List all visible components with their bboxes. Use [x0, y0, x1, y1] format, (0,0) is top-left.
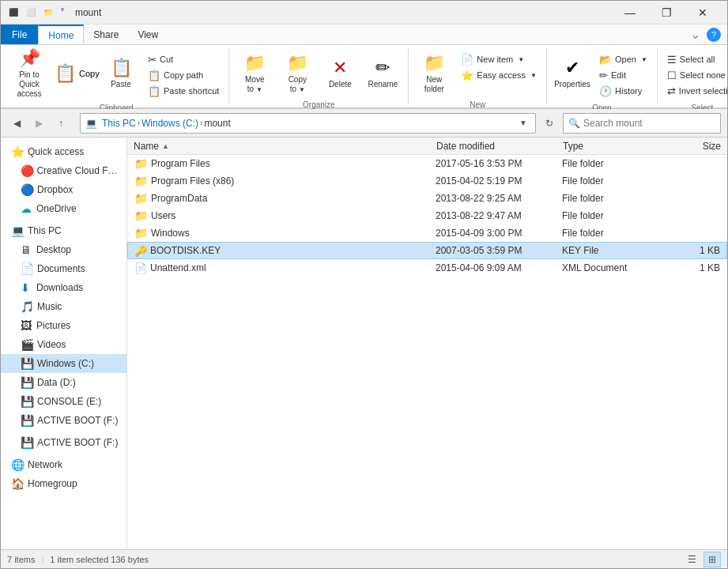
sidebar-item-this-pc[interactable]: 💻 This PC [1, 221, 126, 240]
content-area: ⭐ Quick access 🔴 Creative Cloud Files 🔵 … [1, 138, 727, 549]
paste-shortcut-button[interactable]: 📋 Paste shortcut [143, 83, 224, 99]
sidebar-item-console-e[interactable]: 💾 CONSOLE (E:) [1, 392, 126, 411]
sidebar-item-homegroup[interactable]: 🏠 Homegroup [1, 474, 126, 493]
move-to-label: Moveto ▼ [245, 75, 264, 94]
ribbon-collapse-icon[interactable]: ⌄ [690, 27, 700, 42]
sidebar-item-documents[interactable]: 📄 Documents [1, 259, 126, 278]
properties-button[interactable]: ✔ Properties [552, 51, 593, 96]
table-row[interactable]: 📁 ProgramData 2013-08-22 9:25 AM File fo… [127, 190, 727, 207]
breadcrumb-this-pc[interactable]: This PC [102, 118, 136, 129]
sidebar-item-downloads[interactable]: ⬇ Downloads [1, 278, 126, 297]
sidebar-item-active-boot-f1[interactable]: 💾 ACTIVE BOOT (F:) [1, 411, 126, 430]
breadcrumb-sep-1: › [138, 119, 140, 127]
col-date[interactable]: Date modified [436, 141, 563, 152]
new-item-button[interactable]: 📄 New item ▼ [456, 51, 541, 67]
maximize-button[interactable]: ❐ [648, 1, 685, 24]
copy-button[interactable]: 📋 Copy [51, 51, 99, 96]
homegroup-icon: 🏠 [11, 477, 25, 490]
tab-file[interactable]: File [1, 24, 38, 44]
sidebar-section-this-pc: 💻 This PC 🖥 Desktop 📄 Documents ⬇ Downlo… [1, 220, 126, 431]
this-pc-sidebar-icon: 💻 [11, 224, 25, 237]
xml-file-icon: 📄 [134, 262, 147, 274]
history-button[interactable]: 🕐 History [594, 83, 652, 99]
large-icons-view-button[interactable]: ⊞ [703, 552, 721, 567]
delete-button[interactable]: ✕ Delete [319, 51, 360, 96]
sidebar-item-active-boot-f2[interactable]: 💾 ACTIVE BOOT (F:) [1, 433, 126, 452]
table-row[interactable]: 📁 Users 2013-08-22 9:47 AM File folder [127, 207, 727, 224]
search-input[interactable] [583, 118, 715, 129]
sidebar-item-network[interactable]: 🌐 Network [1, 455, 126, 474]
table-row[interactable]: 📄 Unattend.xml 2015-04-06 9:09 AM XML Do… [127, 259, 727, 277]
address-dropdown-icon[interactable]: ▼ [516, 119, 530, 127]
file-name-cell: 📁 Program Files [134, 157, 436, 170]
details-view-button[interactable]: ☰ [683, 552, 700, 567]
table-row[interactable]: 📁 Windows 2015-04-09 3:00 PM File folder [127, 224, 727, 242]
pin-to-quick-access-button[interactable]: 📌 Pin to Quickaccess [9, 51, 50, 96]
sidebar-item-music[interactable]: 🎵 Music [1, 297, 126, 316]
tab-view[interactable]: View [128, 24, 168, 44]
file-name-cell: 📁 ProgramData [134, 192, 436, 205]
up-button[interactable]: ↑ [51, 114, 70, 133]
cut-button[interactable]: ✂ Cut [143, 51, 224, 67]
new-folder-button[interactable]: 📁 Newfolder [413, 51, 455, 96]
copy-to-button[interactable]: 📁 Copyto ▼ [277, 51, 318, 96]
open-small-btns: 📂 Open ▼ ✏ Edit 🕐 History [594, 51, 652, 99]
tab-home[interactable]: Home [38, 24, 84, 44]
edit-button[interactable]: ✏ Edit [594, 67, 652, 83]
delete-label: Delete [329, 80, 352, 89]
tab-share[interactable]: Share [84, 24, 128, 44]
help-icon[interactable]: ? [707, 28, 721, 42]
rename-button[interactable]: ✏ Rename [362, 51, 403, 96]
select-all-button[interactable]: ☰ Select all [662, 51, 728, 67]
address-bar[interactable]: 💻 This PC › Windows (C:) › mount ▼ [80, 113, 536, 134]
properties-icon: ✔ [565, 58, 579, 78]
file-type-cell: File folder [562, 210, 657, 221]
col-name-label: Name [134, 141, 159, 152]
file-type-cell: KEY File [562, 245, 657, 256]
sidebar-item-data-d[interactable]: 💾 Data (D:) [1, 373, 126, 392]
open-button[interactable]: 📂 Open ▼ [594, 51, 652, 67]
this-pc-icon: 💻 [85, 118, 97, 129]
cut-icon: ✂ [148, 54, 157, 66]
minimize-button[interactable]: — [612, 1, 648, 24]
move-to-button[interactable]: 📁 Moveto ▼ [234, 51, 275, 96]
invert-selection-button[interactable]: ⇄ Invert selection [662, 83, 728, 99]
breadcrumb-windows-c[interactable]: Windows (C:) [141, 118, 198, 129]
sidebar-item-creative-cloud[interactable]: 🔴 Creative Cloud Files [1, 161, 126, 180]
copy-path-button[interactable]: 📋 Copy path [143, 67, 224, 83]
sidebar-item-dropbox[interactable]: 🔵 Dropbox [1, 180, 126, 199]
pin-icon: 📌 [19, 48, 40, 69]
col-name[interactable]: Name ▲ [134, 141, 436, 152]
paste-button[interactable]: 📋 Paste [100, 51, 141, 96]
search-box[interactable]: 🔍 [563, 113, 721, 134]
move-to-icon: 📁 [244, 53, 266, 73]
sidebar-item-pictures[interactable]: 🖼 Pictures [1, 316, 126, 335]
sidebar-item-videos[interactable]: 🎬 Videos [1, 335, 126, 354]
active-boot-f2-icon: 💾 [21, 436, 34, 449]
sidebar-section-active-boot: 💾 ACTIVE BOOT (F:) [1, 431, 126, 454]
file-pane: Name ▲ Date modified Type Size 📁 Program… [127, 138, 727, 549]
close-button[interactable]: ✕ [685, 1, 721, 24]
easy-access-button[interactable]: ⭐ Easy access ▼ [456, 67, 541, 83]
table-row[interactable]: 🔑 BOOTDISK.KEY 2007-03-05 3:59 PM KEY Fi… [127, 242, 727, 259]
sidebar-item-desktop[interactable]: 🖥 Desktop [1, 240, 126, 259]
new-small-btns: 📄 New item ▼ ⭐ Easy access ▼ [456, 51, 541, 83]
forward-button[interactable]: ▶ [29, 114, 48, 133]
file-type-cell: File folder [562, 175, 657, 187]
file-name: Users [151, 210, 175, 221]
sidebar-item-quick-access[interactable]: ⭐ Quick access [1, 142, 126, 161]
refresh-button[interactable]: ↻ [539, 113, 560, 134]
pictures-label: Pictures [36, 320, 70, 331]
sidebar-item-onedrive[interactable]: ☁ OneDrive [1, 199, 126, 218]
col-size[interactable]: Size [658, 141, 721, 152]
table-row[interactable]: 📁 Program Files 2017-05-16 3:53 PM File … [127, 155, 727, 172]
col-type[interactable]: Type [563, 141, 658, 152]
paste-col: 📋 Paste [100, 51, 141, 96]
sidebar-item-windows-c[interactable]: 💾 Windows (C:) [1, 354, 126, 373]
file-list: 📁 Program Files 2017-05-16 3:53 PM File … [127, 155, 727, 549]
file-date-cell: 2015-04-02 5:19 PM [436, 175, 562, 187]
back-button[interactable]: ◀ [7, 114, 26, 133]
table-row[interactable]: 📁 Program Files (x86) 2015-04-02 5:19 PM… [127, 172, 727, 190]
onedrive-label: OneDrive [36, 203, 77, 214]
select-none-button[interactable]: ☐ Select none [662, 67, 728, 83]
